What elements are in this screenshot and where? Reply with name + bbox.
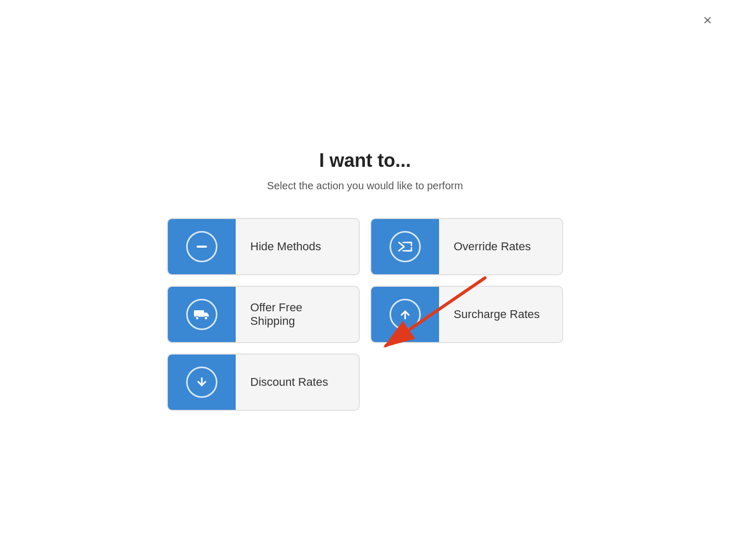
offer-free-shipping-label: Offer Free Shipping <box>236 301 359 328</box>
shuffle-icon <box>397 238 413 255</box>
discount-rates-label: Discount Rates <box>236 375 359 389</box>
svg-point-2 <box>196 316 199 320</box>
option-discount-rates[interactable]: Discount Rates <box>167 354 360 411</box>
option-offer-free-shipping[interactable]: Offer Free Shipping <box>167 286 360 343</box>
hide-methods-label: Hide Methods <box>236 240 359 253</box>
empty-cell <box>370 354 563 411</box>
modal-container: I want to... Select the action you would… <box>167 150 563 411</box>
discount-rates-icon-bg <box>168 355 236 410</box>
surcharge-rates-icon-bg <box>371 287 439 342</box>
close-button[interactable]: × <box>701 10 714 30</box>
svg-rect-0 <box>197 246 207 248</box>
modal-title: I want to... <box>167 150 563 172</box>
arrow-down-icon <box>193 374 210 391</box>
option-surcharge-rates[interactable]: Surcharge Rates <box>370 286 563 343</box>
surcharge-rates-label: Surcharge Rates <box>439 308 562 321</box>
svg-point-3 <box>204 316 208 320</box>
option-override-rates[interactable]: Override Rates <box>370 218 563 275</box>
hide-methods-icon-bg <box>168 219 236 274</box>
truck-icon <box>193 306 210 323</box>
arrow-up-icon <box>397 306 413 323</box>
override-rates-icon-circle <box>390 231 421 262</box>
override-rates-label: Override Rates <box>439 240 562 253</box>
surcharge-rates-icon-circle <box>390 299 421 330</box>
discount-rates-icon-circle <box>186 367 217 398</box>
modal-subtitle: Select the action you would like to perf… <box>167 180 563 192</box>
hide-methods-icon-circle <box>186 231 217 262</box>
minus-icon <box>193 238 210 255</box>
truck-icon-circle <box>186 299 217 330</box>
override-rates-icon-bg <box>371 219 439 274</box>
offer-free-shipping-icon-bg <box>168 287 236 342</box>
option-hide-methods[interactable]: Hide Methods <box>167 218 360 275</box>
svg-rect-1 <box>194 310 204 316</box>
